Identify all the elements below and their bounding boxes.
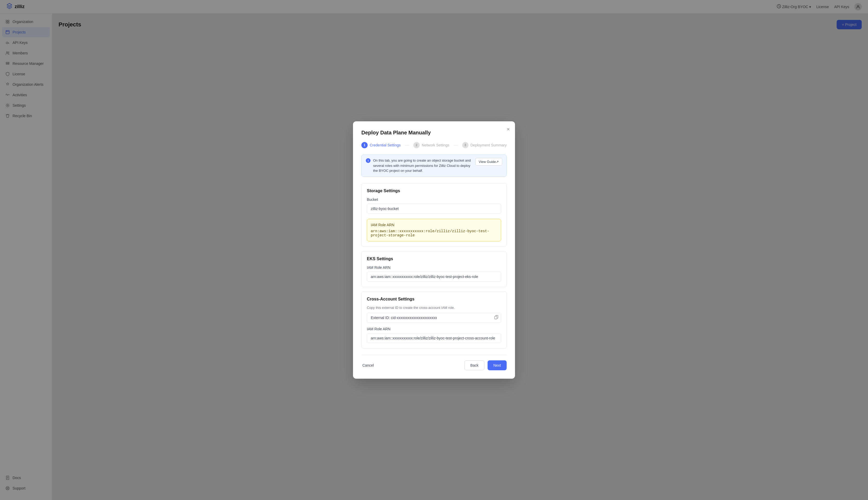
storage-iam-label: IAM Role ARN	[371, 223, 497, 227]
cross-account-iam-label: IAM Role ARN	[367, 327, 501, 331]
back-button[interactable]: Back	[464, 360, 484, 370]
footer-right: Back Next	[464, 360, 507, 370]
modal-footer: Cancel Back Next	[361, 355, 507, 370]
step-3-circle: 3	[462, 142, 469, 148]
step-1: 1 Credential Settings	[361, 142, 401, 148]
step-2: 2 Network Settings	[413, 142, 449, 148]
storage-iam-value: arn:aws:iam::xxxxxxxxxxx:role/zilliz/zil…	[371, 229, 497, 237]
modal-title: Deploy Data Plane Manually	[361, 130, 507, 136]
external-id-wrapper	[367, 313, 501, 323]
cross-account-section-title: Cross-Account Settings	[367, 297, 501, 302]
cross-account-iam-input[interactable]	[367, 333, 501, 343]
bucket-input[interactable]	[367, 204, 501, 214]
step-2-circle: 2	[413, 142, 420, 148]
modal-overlay: Deploy Data Plane Manually × 1 Credentia…	[0, 0, 868, 500]
info-dot: i	[366, 158, 371, 163]
stepper: 1 Credential Settings 2 Network Settings…	[361, 142, 507, 148]
eks-settings-section: EKS Settings IAM Role ARN	[361, 251, 507, 287]
view-guide-button[interactable]: View Guide↗	[475, 158, 502, 166]
storage-section-title: Storage Settings	[367, 189, 501, 193]
next-button[interactable]: Next	[488, 360, 507, 370]
eks-iam-input[interactable]	[367, 272, 501, 282]
cross-account-description: Copy this external ID to create the cros…	[367, 306, 501, 310]
copy-external-id-button[interactable]	[494, 315, 498, 320]
cancel-button[interactable]: Cancel	[361, 361, 375, 370]
eks-iam-label: IAM Role ARN	[367, 265, 501, 270]
bucket-label: Bucket	[367, 197, 501, 202]
info-banner: i On this tab, you are going to create a…	[361, 155, 507, 177]
step-2-label: Network Settings	[422, 143, 449, 147]
step-3-label: Deployment Summary	[471, 143, 507, 147]
cross-account-settings-section: Cross-Account Settings Copy this externa…	[361, 291, 507, 349]
eks-section-title: EKS Settings	[367, 257, 501, 261]
step-1-label: Credential Settings	[370, 143, 401, 147]
storage-iam-role-highlighted: IAM Role ARN arn:aws:iam::xxxxxxxxxxx:ro…	[367, 219, 501, 241]
modal-close-button[interactable]: ×	[507, 127, 510, 132]
storage-settings-section: Storage Settings Bucket IAM Role ARN arn…	[361, 183, 507, 247]
modal: Deploy Data Plane Manually × 1 Credentia…	[353, 121, 515, 379]
info-banner-text: On this tab, you are going to create an …	[373, 158, 473, 173]
step-1-circle: 1	[361, 142, 368, 148]
external-id-input[interactable]	[367, 313, 501, 323]
step-3: 3 Deployment Summary	[462, 142, 507, 148]
svg-rect-19	[495, 316, 497, 319]
